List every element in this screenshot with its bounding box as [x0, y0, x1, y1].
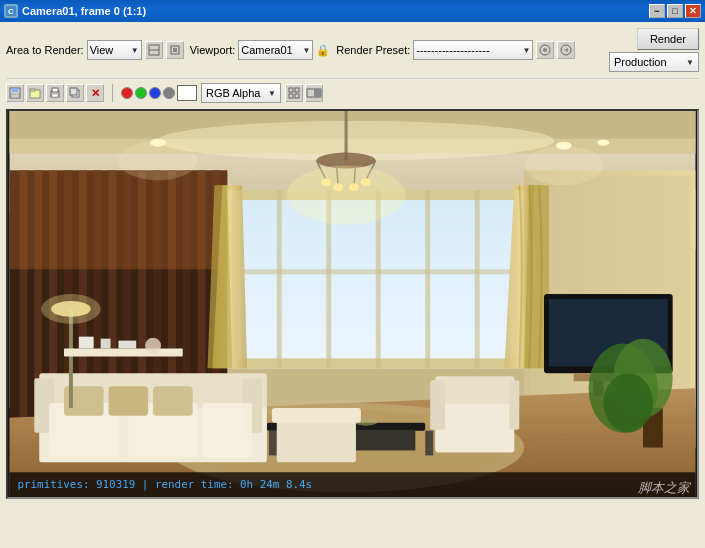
svg-rect-94: [435, 398, 514, 452]
svg-point-7: [543, 48, 547, 52]
white-preview[interactable]: [177, 85, 197, 101]
render-button[interactable]: Render: [637, 28, 699, 50]
minimize-button[interactable]: −: [649, 4, 665, 18]
area-icon-1[interactable]: [145, 41, 163, 59]
svg-rect-90: [109, 386, 149, 416]
svg-rect-13: [30, 89, 35, 91]
svg-point-117: [597, 140, 609, 146]
svg-rect-95: [435, 376, 514, 404]
channel-value: RGB Alpha: [206, 87, 260, 99]
svg-rect-18: [70, 88, 77, 95]
preset-group: Render Preset: -------------------- ▼: [336, 40, 575, 60]
render-area: primitives: 910319 | render time: 0h 24m…: [6, 109, 699, 499]
production-value: Production: [614, 56, 667, 68]
svg-rect-10: [12, 88, 18, 92]
preset-icon-1[interactable]: [536, 41, 554, 59]
blue-channel[interactable]: [149, 87, 161, 99]
area-render-dropdown[interactable]: View ▼: [87, 40, 142, 60]
expand-view-icon[interactable]: [305, 84, 323, 102]
window-body: Area to Render: View ▼ Viewport: Camera0…: [0, 22, 705, 503]
file-icons: ✕: [6, 84, 104, 102]
svg-rect-5: [173, 48, 177, 52]
window-controls[interactable]: − □ ✕: [649, 4, 701, 18]
toolbar-top: Area to Render: View ▼ Viewport: Camera0…: [6, 26, 699, 74]
toolbar-second: ✕ RGB Alpha ▼: [6, 78, 699, 105]
grid-view-icon[interactable]: [285, 84, 303, 102]
clone-icon[interactable]: [66, 84, 84, 102]
production-dropdown[interactable]: Production ▼: [609, 52, 699, 72]
area-render-arrow: ▼: [131, 46, 139, 55]
svg-rect-16: [52, 94, 58, 97]
right-section: Render Production ▼: [609, 28, 699, 72]
view-icons: [285, 84, 323, 102]
svg-rect-19: [289, 88, 293, 92]
area-render-label: Area to Render:: [6, 44, 84, 56]
channel-arrow: ▼: [268, 89, 276, 98]
preset-icon-2[interactable]: [557, 41, 575, 59]
svg-rect-91: [153, 386, 193, 416]
svg-rect-96: [430, 380, 445, 429]
viewport-label: Viewport:: [190, 44, 236, 56]
area-icon-2[interactable]: [166, 41, 184, 59]
preset-dropdown[interactable]: -------------------- ▼: [413, 40, 533, 60]
svg-rect-112: [101, 339, 111, 349]
svg-rect-22: [295, 94, 299, 98]
render-canvas: primitives: 910319 | render time: 0h 24m…: [8, 111, 697, 497]
green-channel[interactable]: [135, 87, 147, 99]
delete-icon[interactable]: ✕: [86, 84, 104, 102]
svg-rect-97: [509, 380, 519, 429]
viewport-dropdown[interactable]: Camera01 ▼: [238, 40, 313, 60]
svg-rect-111: [79, 337, 94, 349]
save-icon[interactable]: [6, 84, 24, 102]
svg-rect-24: [314, 89, 321, 97]
svg-rect-11: [11, 94, 19, 98]
svg-rect-20: [295, 88, 299, 92]
svg-text:C: C: [8, 7, 14, 16]
red-channel[interactable]: [121, 87, 133, 99]
viewport-value: Camera01: [241, 44, 292, 56]
preset-arrow: ▼: [522, 46, 530, 55]
color-dots: [121, 85, 197, 101]
status-text: primitives: 910319 | render time: 0h 24m…: [17, 478, 312, 491]
separator-1: [112, 84, 113, 102]
svg-rect-79: [425, 431, 433, 456]
svg-point-109: [41, 294, 100, 324]
open-icon[interactable]: [26, 84, 44, 102]
svg-rect-107: [69, 309, 73, 408]
print-icon[interactable]: [46, 84, 64, 102]
svg-rect-110: [64, 349, 183, 357]
app-icon: C: [4, 4, 18, 18]
close-button[interactable]: ✕: [685, 4, 701, 18]
title-bar: C Camera01, frame 0 (1:1) − □ ✕: [0, 0, 705, 22]
watermark-text: 脚本之家: [637, 481, 692, 495]
area-render-group: Area to Render: View ▼: [6, 40, 184, 60]
preset-label: Render Preset:: [336, 44, 410, 56]
alpha-channel[interactable]: [163, 87, 175, 99]
production-arrow: ▼: [686, 58, 694, 67]
svg-rect-15: [52, 88, 58, 92]
viewport-group: Viewport: Camera01 ▼ 🔒: [190, 40, 331, 60]
svg-rect-78: [269, 431, 277, 456]
svg-point-119: [524, 146, 603, 186]
svg-point-114: [145, 338, 161, 354]
area-render-value: View: [90, 44, 114, 56]
svg-rect-93: [272, 408, 361, 423]
svg-point-106: [603, 373, 652, 432]
svg-rect-88: [203, 403, 252, 457]
viewport-arrow: ▼: [302, 46, 310, 55]
lock-icon[interactable]: 🔒: [316, 43, 330, 57]
svg-rect-113: [118, 341, 136, 349]
svg-rect-120: [227, 190, 524, 368]
preset-value: --------------------: [416, 44, 489, 56]
svg-rect-21: [289, 94, 293, 98]
window-title: Camera01, frame 0 (1:1): [22, 5, 649, 17]
svg-point-118: [118, 141, 197, 181]
channel-dropdown[interactable]: RGB Alpha ▼: [201, 83, 281, 103]
maximize-button[interactable]: □: [667, 4, 683, 18]
svg-rect-42: [10, 170, 228, 269]
